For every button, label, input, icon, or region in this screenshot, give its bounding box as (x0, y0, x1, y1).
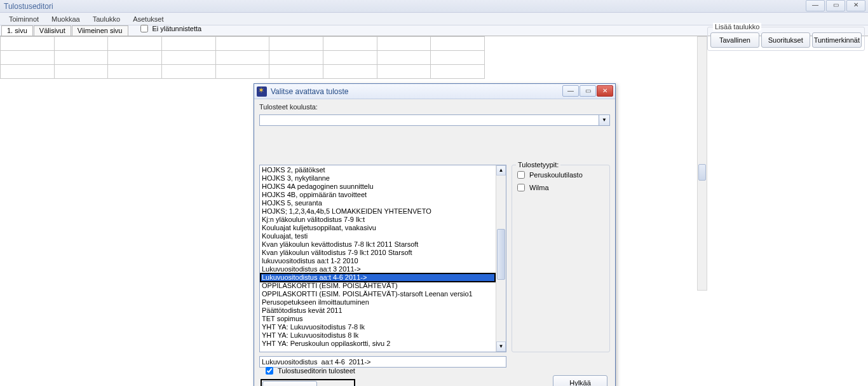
listbox-scrollbar-thumb[interactable] (497, 229, 505, 280)
dialog-close-button[interactable]: ✕ (597, 85, 613, 97)
editor-printouts-checkbox-input[interactable] (266, 367, 273, 375)
list-item[interactable]: Päättötodistus kevät 2011 (261, 307, 505, 315)
list-item[interactable]: HOJKS 4A pedagoginen suunnittelu (261, 183, 505, 191)
type-checkbox[interactable] (517, 184, 525, 191)
listbox-scrollbar[interactable]: ▲ ▼ (496, 165, 506, 352)
list-item[interactable]: lukuvuositodistus aa:t 1-2 2010 (261, 257, 505, 265)
dialog-titlebar: Valitse avattava tuloste — ▭ ✕ (254, 84, 615, 99)
list-item[interactable]: Kouluajat kuljetusoppilaat, vaakasivu (261, 224, 505, 232)
open-printout-dialog: Valitse avattava tuloste — ▭ ✕ Tulosteet… (254, 83, 616, 386)
cancel-button[interactable]: Hylkää (553, 375, 607, 386)
list-item[interactable]: HOJKS 3, nykytilanne (261, 174, 505, 183)
menu-taulukko[interactable]: Taulukko (86, 14, 126, 24)
add-table-scores[interactable]: Suoritukset (761, 32, 810, 48)
no-header-label: Ei ylätunnistetta (153, 25, 202, 32)
printout-types-title: Tulostetyypit: (516, 161, 560, 169)
list-item[interactable]: HOJKS 2, päätökset (261, 166, 505, 174)
main-scrollbar-thumb[interactable] (698, 164, 706, 181)
school-dropdown[interactable]: ▼ (259, 114, 610, 161)
list-item[interactable]: OPPILASKORTTI (ESIM. POISLÄHTEVÄT)-stars… (261, 290, 505, 298)
list-item[interactable]: Lukuvuositodistus aa:t 4-6 2011-> (261, 273, 505, 282)
school-label: Tulosteet koulusta: (259, 103, 318, 111)
type-checkbox-row[interactable]: Wilma (515, 182, 607, 193)
close-button[interactable]: ✕ (846, 0, 865, 11)
list-item[interactable]: Perusopetukseen ilmoittautuminen (261, 298, 505, 307)
dialog-minimize-button[interactable]: — (562, 85, 579, 97)
list-item[interactable]: HOJKS 5, seuranta (261, 199, 505, 207)
chevron-down-icon[interactable]: ▼ (599, 114, 610, 126)
list-item[interactable]: Kvan yläkoulun kevättodistus 7-8 lk:t 20… (261, 240, 505, 249)
list-item[interactable]: YHT YA: Lukuvuositodistus 8 lk (261, 331, 505, 340)
window-controls: — ▭ ✕ (806, 0, 865, 11)
add-table-regular[interactable]: Tavallinen (710, 32, 759, 48)
list-item[interactable]: Kvan yläkoulun välitodistus 7-9 lk:t 201… (261, 249, 505, 257)
main-scrollbar[interactable] (697, 36, 707, 291)
no-header-checkbox[interactable]: Ei ylätunnistetta (138, 23, 202, 34)
tab-first-page[interactable]: 1. sivu (1, 25, 33, 36)
dialog-maximize-button[interactable]: ▭ (580, 85, 596, 97)
list-item[interactable]: Lukuvuositodistus aa:t 3 2011-> (261, 265, 505, 273)
editor-printouts-label: Tulostuseditorin tulosteet (278, 367, 355, 375)
list-item[interactable]: YHT YA: Lukuvuositodistus 7-8 lk (261, 323, 505, 331)
layout-grid[interactable] (0, 36, 485, 79)
dialog-title: Valitse avattava tuloste (271, 87, 349, 96)
list-item[interactable]: OPPILASKORTTI (ESIM. POISLÄHTEVÄT) (261, 282, 505, 290)
main-titlebar: Tulostuseditori — ▭ ✕ (0, 0, 868, 13)
dialog-window-controls: — ▭ ✕ (562, 85, 613, 97)
no-header-checkbox-input[interactable] (140, 25, 148, 32)
dialog-bottom-row: Tulostuseditorin tulosteet Ok Hylkää (259, 371, 610, 386)
list-item[interactable]: TET sopimus (261, 315, 505, 323)
scroll-up-icon[interactable]: ▲ (496, 165, 506, 176)
school-dropdown-input[interactable] (259, 114, 599, 126)
type-checkbox-row[interactable]: Peruskoulutilasto (515, 169, 607, 181)
tab-middle-pages[interactable]: Välisivut (34, 25, 71, 36)
list-item[interactable]: Kj:n yläkoulun välitodistus 7-9 lk:t (261, 216, 505, 224)
list-item[interactable]: HOJKS 4B, oppimäärän tavoitteet (261, 191, 505, 199)
tab-last-page[interactable]: Viimeinen sivu (72, 25, 128, 36)
window-title: Tulostuseditori (4, 2, 53, 11)
add-table-panel: Lisää taulukko Tavallinen Suoritukset Tu… (707, 27, 865, 51)
printouts-listbox[interactable]: HOJKS 2, päätöksetHOJKS 3, nykytilanneHO… (259, 165, 506, 352)
printout-types-group: Tulostetyypit: PeruskoulutilastoWilma (512, 165, 610, 352)
scroll-down-icon[interactable]: ▼ (496, 341, 506, 352)
ok-button[interactable]: Ok (262, 381, 317, 386)
app-icon (257, 86, 267, 97)
type-label: Wilma (529, 184, 549, 191)
menu-toiminnot[interactable]: Toiminnot (3, 14, 45, 24)
menu-muokkaa[interactable]: Muokkaa (45, 14, 86, 24)
add-table-hours[interactable]: Tuntimerkinnät (812, 32, 862, 48)
type-checkbox[interactable] (517, 171, 525, 179)
list-item[interactable]: YHT YA: Peruskoulun oppilaskortti, sivu … (261, 340, 505, 348)
list-item[interactable]: Kouluajat, testi (261, 232, 505, 240)
add-table-title: Lisää taulukko (713, 23, 761, 31)
minimize-button[interactable]: — (806, 0, 825, 11)
maximize-button[interactable]: ▭ (826, 0, 845, 11)
type-label: Peruskoulutilasto (529, 171, 583, 179)
editor-printouts-checkbox[interactable]: Tulostuseditorin tulosteet (263, 365, 355, 376)
list-item[interactable]: HOJKS; 1,2,3,4a,4b,5 LOMAKKEIDEN YHTEENV… (261, 207, 505, 216)
